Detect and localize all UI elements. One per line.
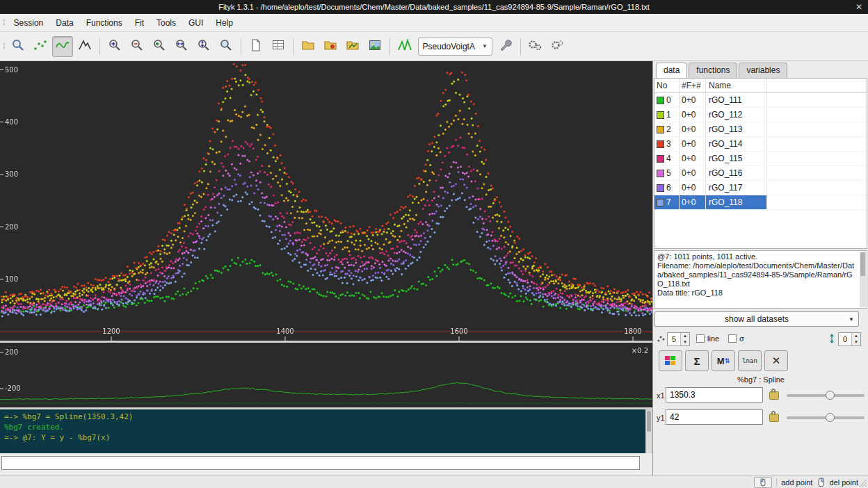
data-editor-button[interactable]: [268, 36, 289, 57]
aux-plot-canvas[interactable]: [0, 343, 652, 407]
y1-input[interactable]: [666, 409, 763, 425]
mode-points-button[interactable]: [30, 36, 51, 57]
zoom-all-button[interactable]: [8, 36, 29, 57]
tab-variables[interactable]: variables: [739, 63, 787, 78]
dataset-row[interactable]: 70+0rGO_118: [654, 195, 867, 210]
dataset-row[interactable]: 20+0rGO_113: [654, 122, 867, 137]
point-size-icon: [657, 334, 665, 345]
dataset-color-swatch[interactable]: [657, 170, 664, 177]
sidebar-tabs: data functions variables: [656, 63, 787, 78]
zoom-out-button[interactable]: [127, 36, 147, 57]
slider-knob[interactable]: [826, 391, 835, 400]
dataset-name: rGO_114: [706, 137, 767, 151]
window-title: Fityk 1.3.1 - /home/aleplo/test/Document…: [218, 3, 650, 11]
tab-data[interactable]: data: [656, 63, 687, 78]
dataset-row[interactable]: 10+0rGO_112: [654, 108, 867, 122]
console-line: =-> %bg7 = Spline(1350.3,42): [4, 412, 641, 422]
dataset-table-header: No #F+# Name: [654, 79, 867, 93]
dataset-color-swatch[interactable]: [657, 140, 664, 148]
spin-down-icon[interactable]: ▼: [681, 339, 689, 345]
new-session-button[interactable]: [246, 36, 266, 57]
console-line: %bg7 created.: [4, 422, 641, 432]
dataset-color-swatch[interactable]: [657, 199, 664, 206]
open-file-button[interactable]: [298, 36, 319, 57]
merge-points-button[interactable]: M⇅: [712, 350, 735, 371]
lock-icon[interactable]: [769, 414, 779, 422]
show-datasets-select[interactable]: show all datasets ▼: [654, 311, 859, 327]
dataset-color-swatch[interactable]: [657, 111, 664, 119]
scrollbar-handle[interactable]: [647, 411, 651, 432]
sidebar: data functions variables No #F+# Name 00…: [652, 61, 868, 475]
main-plot-canvas[interactable]: [0, 61, 652, 341]
dataset-color-swatch[interactable]: [657, 97, 664, 104]
close-window-icon[interactable]: ✕: [855, 0, 862, 14]
spin-down-icon[interactable]: ▼: [852, 339, 860, 345]
close-dataset-button[interactable]: ✕: [764, 350, 788, 371]
delete-nan-button[interactable]: lnan: [738, 350, 762, 371]
x1-slider[interactable]: [787, 394, 865, 397]
function-type-value: PseudoVoigtA: [423, 42, 475, 51]
function-type-select[interactable]: PseudoVoigtA ▼: [418, 38, 492, 56]
mouse-hint-button[interactable]: [754, 477, 772, 488]
merge-arrow-icon: ⇅: [725, 357, 730, 364]
menu-item-data[interactable]: Data: [50, 16, 79, 30]
zoom-vertical-icon: [197, 38, 211, 54]
command-input[interactable]: [1, 456, 640, 470]
auto-add-peak-button[interactable]: [394, 36, 415, 57]
shift-updown-icon[interactable]: [828, 333, 835, 346]
info-scrollbar[interactable]: [860, 252, 866, 307]
open-data-button[interactable]: [342, 36, 363, 57]
menu-item-tools[interactable]: Tools: [151, 16, 182, 30]
dataset-row[interactable]: 50+0rGO_116: [654, 166, 867, 181]
dataset-color-swatch[interactable]: [657, 184, 664, 192]
zoom-vertical-button[interactable]: [193, 36, 214, 57]
sigma-checkbox[interactable]: [728, 334, 737, 343]
column-header-ff: #F+#: [680, 79, 706, 92]
define-function-button[interactable]: [495, 36, 516, 57]
mouse-icon: [759, 478, 767, 487]
run-fit-button[interactable]: [525, 36, 546, 57]
dataset-color-swatch[interactable]: [657, 155, 664, 163]
zoom-horizontal-button[interactable]: [171, 36, 192, 57]
menu-item-functions[interactable]: Functions: [81, 16, 128, 30]
save-image-button[interactable]: [364, 36, 385, 57]
y1-label: y1: [657, 414, 665, 422]
spin-up-icon[interactable]: ▲: [852, 333, 860, 339]
spin-up-icon[interactable]: ▲: [681, 333, 689, 339]
scrollbar-handle[interactable]: [860, 252, 865, 276]
slider-knob[interactable]: [826, 413, 835, 422]
shift-spinner[interactable]: 0 ▲▼: [838, 332, 861, 346]
dataset-row[interactable]: 60+0rGO_117: [654, 181, 867, 195]
menu-item-help[interactable]: Help: [210, 16, 239, 30]
dataset-color-swatch[interactable]: [657, 126, 664, 133]
mode-line-button[interactable]: [52, 36, 73, 57]
point-size-spinner[interactable]: 5 ▲▼: [667, 332, 690, 346]
dataset-colors-button[interactable]: [659, 350, 682, 371]
execute-script-button[interactable]: [320, 36, 341, 57]
dataset-row[interactable]: 40+0rGO_115: [654, 152, 867, 166]
toolbar-separator: [293, 38, 294, 55]
dataset-row[interactable]: 30+0rGO_114: [654, 137, 867, 152]
wrench-icon: [499, 38, 513, 54]
x1-input[interactable]: [666, 387, 763, 402]
lock-icon[interactable]: [769, 391, 779, 400]
dataset-name: rGO_111: [706, 93, 767, 107]
zoom-previous-button[interactable]: [149, 36, 170, 57]
sum-datasets-button[interactable]: Σ: [685, 350, 709, 371]
dataset-row[interactable]: 00+0rGO_111: [654, 93, 867, 108]
dataset-name: rGO_113: [706, 122, 767, 136]
resize-grip-icon[interactable]: [858, 478, 867, 487]
y1-slider[interactable]: [787, 416, 865, 419]
dataset-name: rGO_115: [706, 152, 767, 165]
line-checkbox[interactable]: [696, 334, 705, 343]
tab-functions[interactable]: functions: [689, 63, 737, 78]
zoom-in-button[interactable]: [104, 36, 125, 57]
mode-peak-button[interactable]: [74, 36, 95, 57]
display-controls: 5 ▲▼ line σ 0 ▲▼: [653, 331, 868, 349]
menu-item-gui[interactable]: GUI: [183, 16, 209, 30]
menu-item-session[interactable]: Session: [8, 16, 49, 30]
sigma-checkbox-label: σ: [739, 334, 744, 343]
zoom-fit-button[interactable]: [216, 36, 236, 57]
menu-item-fit[interactable]: Fit: [129, 16, 150, 30]
fit-settings-button[interactable]: [547, 36, 568, 57]
